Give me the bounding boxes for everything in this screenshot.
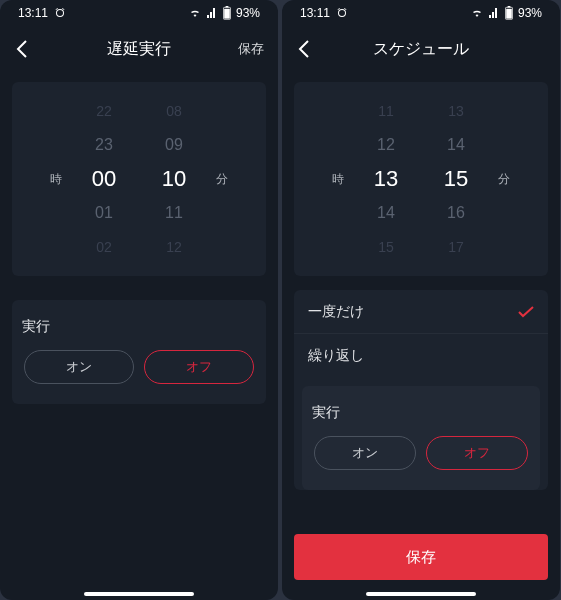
battery-pct: 93% xyxy=(236,6,260,20)
hour-wheel[interactable]: 22 23 00 01 02 xyxy=(69,94,139,264)
battery-icon xyxy=(222,6,232,20)
svg-rect-1 xyxy=(224,9,230,19)
exec-toggle: オン オフ xyxy=(18,350,260,394)
alarm-icon xyxy=(336,7,348,19)
time-picker[interactable]: 時 11 12 13 14 15 13 14 15 16 17 分 xyxy=(294,82,548,276)
alarm-icon xyxy=(54,7,66,19)
off-button[interactable]: オフ xyxy=(144,350,254,384)
wifi-icon xyxy=(470,7,484,19)
on-button[interactable]: オン xyxy=(314,436,416,470)
hour-wheel[interactable]: 11 12 13 14 15 xyxy=(351,94,421,264)
off-button[interactable]: オフ xyxy=(426,436,528,470)
hour-unit: 時 xyxy=(325,171,351,188)
save-button[interactable]: 保存 xyxy=(294,534,548,580)
battery-icon xyxy=(504,6,514,20)
screen-schedule: 13:11 93% スケジュール 時 xyxy=(282,0,560,600)
time-picker[interactable]: 時 22 23 00 01 02 08 09 10 11 12 分 xyxy=(12,82,266,276)
signal-icon xyxy=(206,7,218,19)
check-icon xyxy=(518,306,534,318)
nav-bar: 遅延実行 保存 xyxy=(0,26,278,72)
svg-rect-4 xyxy=(506,9,512,19)
back-button[interactable] xyxy=(12,39,32,59)
repeat-card: 一度だけ 繰り返し 実行 オン オフ xyxy=(294,290,548,490)
save-button[interactable]: 保存 xyxy=(238,40,264,58)
svg-rect-2 xyxy=(226,6,229,7)
clock: 13:11 xyxy=(300,6,330,20)
clock: 13:11 xyxy=(18,6,48,20)
minute-unit: 分 xyxy=(209,171,235,188)
exec-toggle: オン オフ xyxy=(308,436,534,480)
home-indicator[interactable] xyxy=(84,592,194,596)
page-title: 遅延実行 xyxy=(107,39,171,60)
on-button[interactable]: オン xyxy=(24,350,134,384)
minute-unit: 分 xyxy=(491,171,517,188)
signal-icon xyxy=(488,7,500,19)
exec-label: 実行 xyxy=(22,318,256,336)
once-row[interactable]: 一度だけ xyxy=(294,290,548,334)
repeat-row[interactable]: 繰り返し xyxy=(294,334,548,378)
home-indicator[interactable] xyxy=(366,592,476,596)
battery-pct: 93% xyxy=(518,6,542,20)
nav-bar: スケジュール xyxy=(282,26,560,72)
hour-unit: 時 xyxy=(43,171,69,188)
minute-wheel[interactable]: 08 09 10 11 12 xyxy=(139,94,209,264)
back-button[interactable] xyxy=(294,39,314,59)
exec-card: 実行 オン オフ xyxy=(12,300,266,404)
svg-rect-5 xyxy=(508,6,511,7)
status-bar: 13:11 93% xyxy=(0,0,278,26)
status-bar: 13:11 93% xyxy=(282,0,560,26)
screen-delayed-exec: 13:11 93% 遅延実行 保存 時 xyxy=(0,0,278,600)
minute-wheel[interactable]: 13 14 15 16 17 xyxy=(421,94,491,264)
exec-label: 実行 xyxy=(312,404,530,422)
page-title: スケジュール xyxy=(373,39,469,60)
wifi-icon xyxy=(188,7,202,19)
